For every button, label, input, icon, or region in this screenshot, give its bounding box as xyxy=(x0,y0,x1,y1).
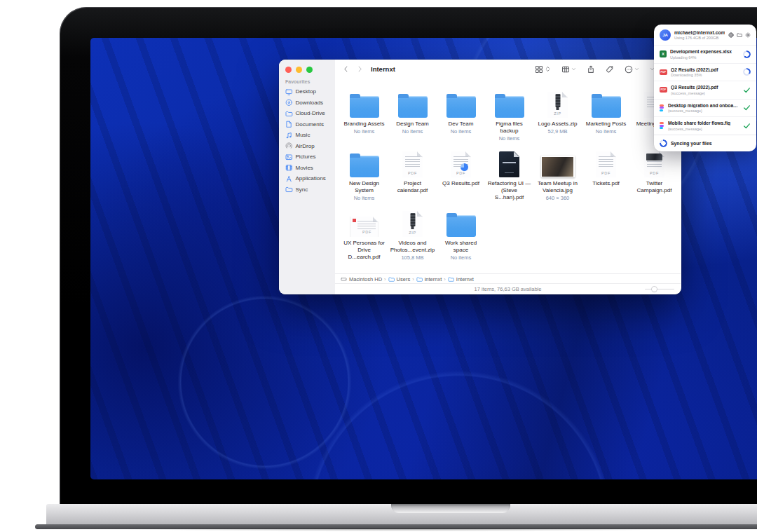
syncing-status-label: Syncing your files xyxy=(671,141,712,146)
sync-item-development-expenses-xlsx[interactable]: XDevelopment expenses.xlsxUploading 64% xyxy=(654,45,756,63)
sidebar-item-pictures[interactable]: Pictures xyxy=(279,151,335,163)
sync-item-detail: Uploading 64% xyxy=(670,55,739,60)
more-actions-button[interactable] xyxy=(625,65,639,74)
sync-item-text: Q2 Results (2022).pdfDownloading 35% xyxy=(671,67,739,78)
folder-icon xyxy=(350,96,379,118)
document-icon xyxy=(285,121,293,128)
sync-progress-spinner-icon xyxy=(743,50,751,58)
file-item-refactoring-ui-steve-s-han-pdf[interactable]: Refactoring UI — (Steve S...han).pdf xyxy=(485,147,533,207)
view-options-group[interactable] xyxy=(535,65,551,74)
sidebar-item-downloads[interactable]: Downloads xyxy=(279,97,335,109)
file-item-dev-team[interactable]: Dev TeamNo items xyxy=(437,88,485,147)
breadcrumb-item-users[interactable]: Users xyxy=(388,276,411,282)
folder-icon xyxy=(495,96,524,118)
sync-item-mobile-share-folder-flows-fig[interactable]: Mobile share folder flows.fig(success_me… xyxy=(654,116,756,135)
finder-sidebar: Favourites DesktopDownloadsCloud-DriveDo… xyxy=(279,60,336,294)
sidebar-item-music[interactable]: Music xyxy=(279,130,335,141)
close-window-button[interactable] xyxy=(285,67,292,73)
gear-icon[interactable] xyxy=(745,32,751,38)
sidebar-item-airdrop[interactable]: AirDrop xyxy=(279,141,335,152)
file-item-ux-personas-for-drive-d-earch-pdf[interactable]: PDFUX Personas for Drive D...earch.pdf xyxy=(340,207,388,266)
finder-content: Branding AssetsNo itemsDesign TeamNo ite… xyxy=(335,79,681,274)
file-type-label: PDF xyxy=(596,171,616,175)
file-item-project-calendar-pdf[interactable]: PDFProject calendar.pdf xyxy=(388,147,437,207)
slider-knob[interactable] xyxy=(652,287,657,292)
file-item-figma-files-backup[interactable]: Figma files backupNo items xyxy=(485,88,533,147)
folder-icon xyxy=(592,96,621,118)
sidebar-item-desktop[interactable]: Desktop xyxy=(279,86,335,97)
file-type-label: PDF xyxy=(402,171,423,175)
sidebar-item-cloud-drive[interactable]: Cloud-Drive xyxy=(279,108,335,119)
sidebar-item-label: Downloads xyxy=(296,100,324,106)
sync-item-name: Q2 Results (2022).pdf xyxy=(671,67,739,72)
sidebar-item-sync[interactable]: Sync xyxy=(279,184,335,196)
finder-titlebar[interactable]: Internxt xyxy=(335,60,681,79)
sync-item-name: Q3 Results (2022).pdf xyxy=(671,85,739,90)
file-item-logo-assets-zip[interactable]: ZIPLogo Assets.zip52,9 MB xyxy=(533,88,582,147)
file-item-design-team[interactable]: Design TeamNo items xyxy=(388,88,437,147)
share-icon[interactable] xyxy=(587,65,595,74)
breadcrumb-item-internxt[interactable]: Internxt xyxy=(448,276,474,282)
file-icon xyxy=(485,88,533,118)
folder-icon xyxy=(350,156,379,177)
file-item-branding-assets[interactable]: Branding AssetsNo items xyxy=(340,88,388,147)
file-item-twitter-campaign-pdf[interactable]: PDFTwitter Campaign.pdf xyxy=(630,147,678,207)
file-page-icon: PDF xyxy=(644,151,664,177)
file-item-tickets-pdf[interactable]: PDFTickets.pdf xyxy=(582,147,630,207)
file-type-icon: PDF xyxy=(660,87,667,93)
file-item-team-meetup-in-valencia-jpg[interactable]: Team Meetup in Valencia.jpg640 × 360 xyxy=(533,147,582,207)
file-item-new-design-system[interactable]: New Design SystemNo items xyxy=(340,147,388,207)
sort-chevrons-icon[interactable] xyxy=(545,66,551,72)
file-icon: PDF xyxy=(630,147,678,177)
globe-icon[interactable] xyxy=(728,32,734,38)
file-item-marketing-posts[interactable]: Marketing PostsNo items xyxy=(582,88,630,147)
forward-button[interactable] xyxy=(356,65,364,73)
sync-success-check-icon xyxy=(743,122,751,130)
sync-popup-footer: Syncing your files xyxy=(654,135,756,151)
folder-icon[interactable] xyxy=(737,32,742,38)
file-name: Figma files backup xyxy=(485,121,533,135)
account-email: michael@internxt.com xyxy=(674,30,725,35)
zoom-window-button[interactable] xyxy=(306,67,313,73)
grid-view-icon[interactable] xyxy=(535,65,543,74)
laptop-lid-notch xyxy=(391,504,510,513)
tag-icon[interactable] xyxy=(606,65,614,74)
file-item-q3-results-pdf[interactable]: PDFQ3 Results.pdf xyxy=(437,147,485,207)
folder-icon xyxy=(388,276,395,282)
sidebar-item-movies[interactable]: Movies xyxy=(279,163,335,174)
sidebar-section-label: Favourites xyxy=(279,79,335,84)
chevron-down-icon[interactable] xyxy=(571,67,576,71)
popup-header-icons xyxy=(728,32,751,38)
figma-file-icon xyxy=(660,104,664,112)
back-button[interactable] xyxy=(342,65,350,73)
desktop-stage: Favourites DesktopDownloadsCloud-DriveDo… xyxy=(0,0,757,532)
sidebar-item-documents[interactable]: Documents xyxy=(279,119,335,130)
breadcrumb-item-internxt[interactable]: internxt xyxy=(416,276,442,282)
icon-size-slider[interactable] xyxy=(645,287,674,291)
airdrop-icon xyxy=(285,142,293,150)
excel-file-icon: X xyxy=(660,50,667,57)
chevron-down-icon[interactable] xyxy=(634,67,639,71)
sync-item-desktop-migration-and-onboardi[interactable]: Desktop migration and onboardi...(succes… xyxy=(654,99,756,117)
file-page-icon: ZIP xyxy=(547,92,568,118)
sidebar-item-label: Applications xyxy=(296,175,326,182)
file-name: Tickets.pdf xyxy=(582,180,630,187)
group-by-button[interactable] xyxy=(561,65,576,74)
more-circle-icon[interactable] xyxy=(625,65,633,74)
avatar[interactable]: JA xyxy=(660,29,671,41)
file-item-videos-and-photos-event-zip[interactable]: ZIPVideos and Photos...event.zip105,8 MB xyxy=(388,207,437,266)
file-icon: ZIP xyxy=(388,207,437,237)
group-by-icon[interactable] xyxy=(561,65,570,74)
file-page-icon: PDF xyxy=(350,217,378,237)
file-icon: PDF xyxy=(582,147,630,177)
file-name: Refactoring UI — (Steve S...han).pdf xyxy=(485,180,533,200)
file-item-work-shared-space[interactable]: Work shared spaceNo items xyxy=(437,207,485,266)
sync-item-q3-results-2022-pdf[interactable]: PDFQ3 Results (2022).pdf(success_message… xyxy=(654,81,756,99)
sidebar-item-applications[interactable]: Applications xyxy=(279,173,335,184)
file-info: No items xyxy=(437,254,485,261)
pie-chart-decoration xyxy=(461,163,468,171)
sync-item-detail: (success_message) xyxy=(668,109,739,113)
breadcrumb-item-macintosh-hd[interactable]: Macintosh HD xyxy=(341,276,382,282)
sync-item-q2-results-2022-pdf[interactable]: PDFQ2 Results (2022).pdfDownloading 35% xyxy=(654,63,756,81)
minimize-window-button[interactable] xyxy=(296,67,302,73)
